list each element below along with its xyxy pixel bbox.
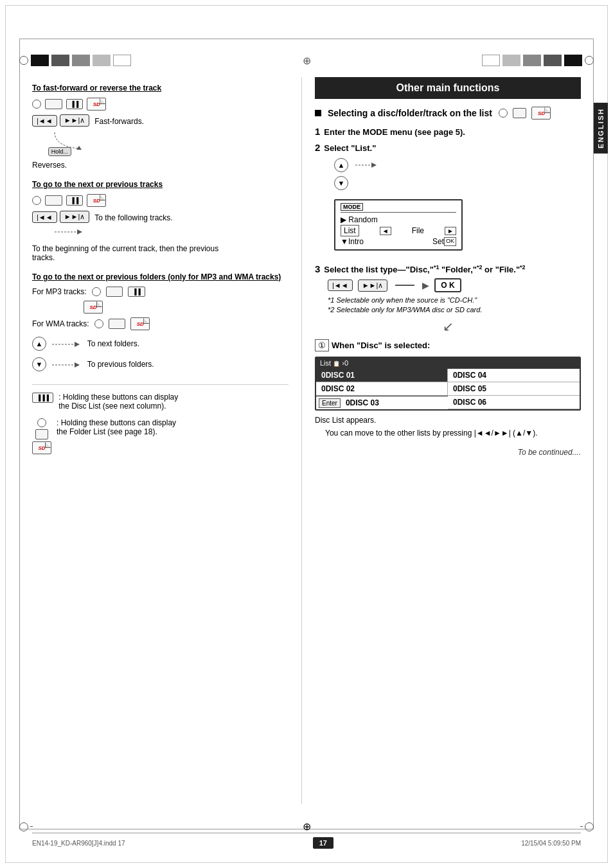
prev-folders-arrow-svg [49, 359, 81, 371]
up-folder-btn[interactable]: ▲ [32, 337, 46, 351]
enter-label[interactable]: Enter [319, 398, 341, 408]
selecting-sd-icon: SD [531, 107, 551, 120]
curved-arrow-separator: ↙ [315, 319, 581, 334]
mode-file-next-arrow[interactable]: ► [445, 227, 456, 235]
section-fast-forward-heading: To fast-forward or reverse the track [32, 84, 289, 93]
list-down-btn[interactable]: ▼ [334, 176, 348, 190]
step-3-text: Select the list type—"Disc,"*1 "Folder,"… [324, 264, 525, 274]
svg-marker-3 [75, 342, 80, 347]
disc-cell-05[interactable]: 0DISC 05 [448, 382, 580, 396]
beginning-label: To the beginning of the current track, t… [32, 244, 225, 262]
prev-folders-label: To previous folders. [87, 360, 154, 369]
tracks-tape2-icon: ▐▐ [66, 195, 84, 206]
step3-separator [395, 285, 414, 286]
step2-arrow-svg [352, 159, 378, 172]
wma-tape-icon [109, 319, 126, 329]
ff-annotation: Fast-forwards. [94, 117, 144, 139]
english-tab: ENGLISH [594, 103, 608, 154]
list-up-btn[interactable]: ▲ [334, 158, 348, 172]
left-column: To fast-forward or reverse the track ▐▐ … [32, 77, 302, 804]
mode-random-row: ▶ Random [341, 215, 456, 225]
disc-indicator: ① [315, 339, 329, 351]
ff-circle-icon [32, 100, 41, 109]
hold-badge: Hold... [48, 147, 71, 156]
svg-marker-4 [75, 362, 80, 368]
selecting-tape-icon [513, 108, 527, 118]
section-folders-heading: To go to the next or previous folders (o… [32, 272, 289, 281]
disc-cell-04[interactable]: 0DISC 04 [448, 369, 580, 382]
step-2-row: 2 Select "List." [315, 142, 581, 153]
wma-circle-icon [94, 319, 103, 328]
main-title-box: Other main functions [315, 77, 581, 99]
bottom-marks-right [580, 822, 594, 831]
next-track-btn[interactable]: ►►|∧ [60, 114, 90, 127]
prev-track-btn2[interactable]: |◄◄ [32, 211, 57, 223]
tracks-arrow-svg [55, 226, 87, 238]
mode-list-item[interactable]: List [341, 225, 359, 236]
svg-marker-0 [76, 146, 82, 150]
next-folders-label: To next folders. [87, 339, 139, 348]
ff-btn-group: |◄◄ ►►|∧ Hold... [32, 114, 89, 157]
mode-label: MODE [341, 203, 363, 211]
disc-list-bullet-text: You can move to the other lists by press… [325, 429, 581, 438]
bottom-marks: ⊕ [19, 820, 594, 833]
wma-sd-icon: SD [130, 317, 150, 330]
mode-list-prev-arrow[interactable]: ◄ [380, 227, 391, 235]
holding-circle-icon [37, 418, 46, 427]
page-footer: EN14-19_KD-AR960[J]4.indd 17 17 12/15/04… [32, 833, 581, 849]
header-bar: ⊕ [19, 51, 594, 69]
disc-cell-03[interactable]: 0DISC 03 [343, 397, 382, 409]
step-3-row: 3 Select the list type—"Disc,"*1 "Folder… [315, 263, 581, 274]
ff-controls-area: |◄◄ ►►|∧ Hold... Fast-forwards. [32, 114, 289, 157]
when-disc-row: ① When "Disc" is selected: [315, 339, 581, 351]
next-folders-row: ▲ To next folders. [32, 337, 289, 351]
prev-folders-row: ▼ To previous folders. [32, 357, 289, 371]
holding-tape-icon: ▐▐▐ [32, 393, 53, 403]
step3-next-btn[interactable]: ►►|∧ [358, 279, 388, 292]
ff-device-icons: ▐▐ SD [32, 98, 289, 111]
disc-cell-06[interactable]: 0DISC 06 [448, 396, 580, 409]
ff-tape2-icon: ▐▐ [66, 99, 84, 109]
tracks-arrow [32, 226, 89, 240]
ok-btn[interactable]: O K [434, 278, 461, 292]
mode-file-label: File [412, 226, 424, 235]
for-mp3-label: For MP3 tracks: [32, 287, 87, 296]
hold-label-area: Hold... [48, 129, 87, 157]
tracks-tape-icon [45, 195, 62, 206]
ff-tape-icon [45, 99, 62, 109]
wma-tracks-row: For WMA tracks: SD [32, 317, 289, 330]
step3-prev-btn[interactable]: |◄◄ [328, 279, 353, 291]
page-number-badge: 17 [313, 837, 333, 849]
section-bullet-icon [315, 110, 321, 116]
step-1-num: 1 [315, 126, 320, 137]
holding-folder-text: : Holding these buttons can display the … [57, 418, 185, 436]
footer-date: 12/15/04 5:09:50 PM [521, 840, 581, 847]
holding-section: ▐▐▐ : Holding these buttons can display … [32, 384, 289, 454]
footnote-2: *2 Selectable only for MP3/WMA disc or S… [328, 306, 581, 314]
selecting-circle-icon [499, 109, 508, 118]
prev-track-btn[interactable]: |◄◄ [32, 115, 57, 127]
disc-list-header: List 📋 ›0 [316, 358, 580, 368]
holding-item-folder: SD : Holding these buttons can display t… [32, 418, 289, 454]
content-area: To fast-forward or reverse the track ▐▐ … [32, 77, 581, 804]
for-wma-label: For WMA tracks: [32, 319, 89, 328]
down-btn-area: ▼ [32, 357, 81, 371]
section-selecting-title: Selecting a disc/folder/track on the lis… [328, 108, 492, 118]
section-next-tracks-heading: To go to the next or previous tracks [32, 180, 289, 189]
down-folder-btn[interactable]: ▼ [32, 357, 46, 371]
section-selecting-heading: Selecting a disc/folder/track on the lis… [315, 107, 581, 120]
disc-cell-02[interactable]: 0DISC 02 [316, 382, 448, 396]
mp3-tape-icon [106, 287, 123, 297]
footnote-1: *1 Selectable only when the source is "C… [328, 296, 581, 304]
mode-intro-row: ▼ Intro Set OK [341, 236, 456, 247]
mode-set-ok[interactable]: OK [444, 237, 456, 246]
next-track-btn2[interactable]: ►►|∧ [60, 211, 90, 223]
disc-cell-01[interactable]: 0DISC 01 [316, 369, 448, 382]
mp3-tape2-icon: ▐▐ [128, 287, 145, 297]
holding-sd-icon: SD [32, 441, 51, 454]
mode-intro-icon: ▼ [341, 237, 348, 246]
reg-marks-left [19, 55, 131, 66]
disc-enter-row: Enter 0DISC 03 [316, 396, 448, 409]
tracks-sd-icon: SD [87, 194, 106, 207]
tracks-circle-icon [32, 196, 41, 205]
